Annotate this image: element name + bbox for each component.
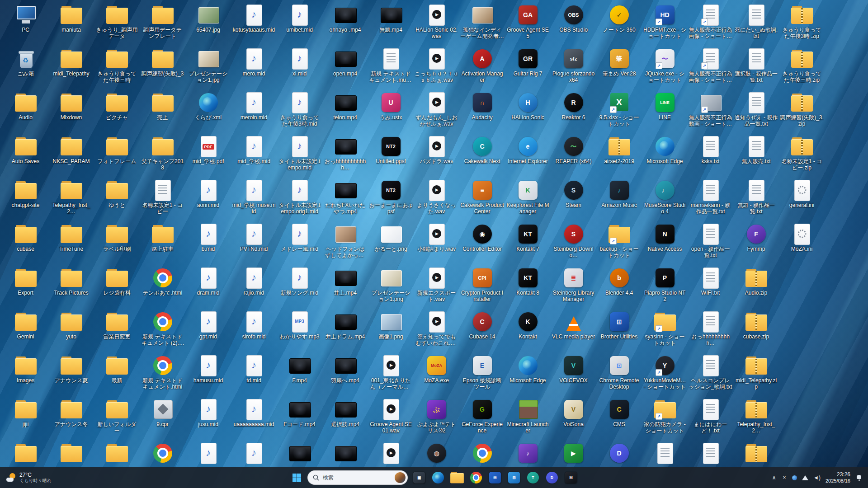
taskbar-app-chrome[interactable] xyxy=(467,469,485,487)
desktop-icon[interactable]: ゆうと xyxy=(94,177,140,221)
desktop-icon[interactable]: ◉Controller Editor xyxy=(459,221,505,265)
taskbar-app-discord[interactable]: D xyxy=(543,469,561,487)
desktop-icon[interactable]: ⊞Brother Utilities xyxy=(596,309,642,352)
wifi-icon[interactable] xyxy=(802,475,808,480)
desktop-icon[interactable]: gpt.mid xyxy=(185,309,231,352)
desktop-icon[interactable]: ⊡Chrome Remote Desktop xyxy=(596,352,642,396)
desktop-icon[interactable]: maniuta xyxy=(48,2,94,46)
desktop-icon[interactable]: jusu.mid xyxy=(185,396,231,440)
desktop-icon[interactable]: KTKontakt 7 xyxy=(505,221,551,265)
desktop-icon[interactable]: ✓ノートン 360 xyxy=(596,2,642,46)
desktop-icon[interactable]: Uうみ.ustx xyxy=(368,89,414,133)
desktop-icon[interactable]: Track Pictures xyxy=(48,265,94,309)
desktop-icon[interactable]: SSteam xyxy=(551,177,596,221)
desktop-icon[interactable]: おっhhhhhhhhhhh… xyxy=(322,133,368,177)
desktop-icon[interactable]: アナウンス冬 xyxy=(48,396,94,440)
desktop-icon[interactable]: 井上.mp4 xyxy=(322,265,368,309)
desktop-icon[interactable]: きゅうり食ってた午後3時 .zip xyxy=(779,2,825,46)
desktop-icon[interactable]: くらび.xml xyxy=(185,89,231,133)
desktop-icon[interactable]: きゅうり_調声用データ xyxy=(94,2,140,46)
desktop-icon[interactable]: umibet.mid xyxy=(277,2,322,46)
desktop-icon[interactable]: MoZAMoZA.exe xyxy=(414,352,459,396)
desktop-icon[interactable]: Microsoft Edge xyxy=(642,133,688,177)
desktop-icon[interactable]: 無題 - 親作品一覧.txt xyxy=(733,177,779,221)
desktop-icon[interactable]: midi_Telepathy xyxy=(48,46,94,89)
desktop-icon[interactable]: CCubase 14 xyxy=(459,309,505,352)
desktop-icon[interactable]: ↗9.5.xlsx - ショートカット xyxy=(596,89,642,133)
search-box[interactable]: 検索 xyxy=(307,470,408,485)
desktop-icon[interactable]: ∩Audacity xyxy=(459,89,505,133)
desktop-icon[interactable]: VVoiSona xyxy=(551,396,596,440)
desktop-icon[interactable]: ぷぷよぷよ™テトリス®2 xyxy=(414,396,459,440)
desktop-icon[interactable]: uaaaaaaaaa.mid xyxy=(231,396,277,440)
desktop-icon[interactable]: レジ袋有料 xyxy=(94,265,140,309)
desktop-icon[interactable]: cubase xyxy=(3,221,48,265)
desktop-icon[interactable]: rajio.mid xyxy=(231,265,277,309)
taskbar-app-teams[interactable]: T xyxy=(524,469,542,487)
desktop-icon[interactable]: ↗無人販売不正行為動画 - ショートカット xyxy=(688,89,733,133)
desktop-icon[interactable]: ヘッドフォンはずしてよかった.mp4 xyxy=(322,221,368,265)
desktop-icon[interactable]: ≣Steinberg Library Manager xyxy=(551,265,596,309)
desktop-icon[interactable]: Minecraft Launcher xyxy=(505,396,551,440)
desktop-icon[interactable]: dram.mid xyxy=(185,265,231,309)
desktop-icon[interactable]: 新規 テキストドキュメント.musicxml xyxy=(368,46,414,89)
desktop-icon[interactable]: ♪Amazon Music xyxy=(596,177,642,221)
desktop-icon[interactable]: 孤独なインディーゲーム開発者の一生… xyxy=(459,2,505,46)
desktop-icon[interactable]: manisekarin - 親作品一覧.txt xyxy=(688,177,733,221)
desktop-icon[interactable]: 新規ソング.mid xyxy=(277,265,322,309)
desktop-icon[interactable]: PVTNd.mid xyxy=(231,221,277,265)
desktop-icon[interactable]: 001_東北きりたん（ノーマル）_今じゃ… xyxy=(368,352,414,396)
desktop-icon[interactable]: Groove Agent SE 01.wav xyxy=(368,396,414,440)
desktop-icon[interactable]: HD↗HDDFMT.exe - ショートカット xyxy=(642,2,688,46)
desktop-icon[interactable]: VVOICEVOX xyxy=(551,352,596,396)
volume-icon[interactable]: ◄) xyxy=(813,475,821,480)
desktop-icon[interactable]: eInternet Explorer xyxy=(505,133,551,177)
desktop-icon[interactable]: ↗無人販売不正行為画像 - ショートカット xyxy=(688,46,733,89)
hidden-icons-chevron[interactable]: ∧ xyxy=(771,475,777,480)
desktop-icon[interactable]: 最新 xyxy=(94,352,140,396)
desktop-icon[interactable]: 選択肢 - 親作品一覧.txt xyxy=(733,46,779,89)
notification-bell-icon[interactable] xyxy=(855,474,863,481)
desktop-icon[interactable]: Fコード.mp4 xyxy=(277,396,322,440)
desktop-icon[interactable]: NT2おーまーまにあ.ppsf xyxy=(368,177,414,221)
desktop-icon[interactable]: きゅうり食ってた午後三時 xyxy=(94,46,140,89)
desktop-icon[interactable]: Telepathy_Inst_2… xyxy=(733,396,779,440)
desktop-icon[interactable]: ヘルスコンプレッション_歌詞.txt xyxy=(688,352,733,396)
taskbar-app-outlook[interactable]: ✉ xyxy=(486,469,504,487)
desktop-icon[interactable]: 井上ドラム.mp4 xyxy=(322,309,368,352)
desktop-icon[interactable]: NT2Untitled.ppsf xyxy=(368,133,414,177)
desktop-icon[interactable]: td.mid xyxy=(231,352,277,396)
desktop-icon[interactable]: パズドラ.wav xyxy=(414,133,459,177)
desktop-icon[interactable]: ラベル印刷 xyxy=(94,221,140,265)
desktop-icon[interactable]: 65407.jpg xyxy=(185,2,231,46)
desktop-icon[interactable]: jijii xyxy=(3,396,48,440)
desktop-icon[interactable]: 営業日変更 xyxy=(94,309,140,352)
desktop-icon[interactable]: 通知うぜえ - 親作品一覧.txt xyxy=(733,89,779,133)
desktop-icon[interactable]: ↗backup - ショートカット xyxy=(596,221,642,265)
desktop-icon[interactable]: OBSOBS Studio xyxy=(551,2,596,46)
tray-close-icon[interactable]: × xyxy=(782,475,787,480)
desktop-icon[interactable]: PC xyxy=(3,2,48,46)
desktop-icon[interactable]: teion.mp4 xyxy=(322,89,368,133)
desktop-icon[interactable]: フォトフレーム xyxy=(94,133,140,177)
desktop-icon[interactable]: CPICrypton Product Installer xyxy=(459,265,505,309)
desktop-icon[interactable]: Microsoft Edge xyxy=(505,352,551,396)
desktop-icon[interactable]: Gemini xyxy=(3,309,48,352)
desktop-icon[interactable]: general.ini xyxy=(779,177,825,221)
desktop-icon[interactable]: sfzPlogue sforzando x64 xyxy=(551,46,596,89)
desktop-icon[interactable]: Auto Saves xyxy=(3,133,48,177)
desktop-icon[interactable]: airset2-2019 xyxy=(596,133,642,177)
desktop-icon[interactable]: 名称未設定1 - コピー xyxy=(140,177,185,221)
desktop-icon[interactable]: WIFI.txt xyxy=(688,265,733,309)
desktop-icon[interactable]: hamusu.mid xyxy=(185,352,231,396)
desktop-icon[interactable]: HALion Sonic 02.wav xyxy=(414,2,459,46)
desktop-icon[interactable]: Images xyxy=(3,352,48,396)
desktop-icon[interactable]: LINELINE xyxy=(642,89,688,133)
desktop-icon[interactable]: ♩MuseScore Studio 4 xyxy=(642,177,688,221)
desktop-icon[interactable]: CCMS xyxy=(596,396,642,440)
desktop-icon[interactable]: 羽扇へ.mp4 xyxy=(322,352,368,396)
desktop-icon[interactable]: NNative Access xyxy=(642,221,688,265)
desktop-icon[interactable]: TimeTune xyxy=(48,221,94,265)
desktop-icon[interactable]: 名称未設定1 - コピー.zip xyxy=(779,133,825,177)
desktop-icon[interactable]: 調声用データテンプレート xyxy=(140,2,185,46)
